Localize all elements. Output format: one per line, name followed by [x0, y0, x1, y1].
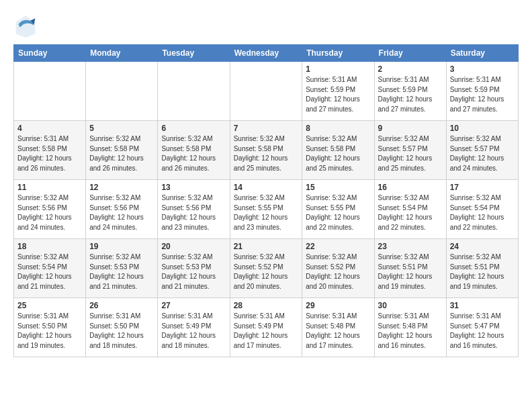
col-header-sunday: Sunday: [14, 45, 86, 62]
day-number: 8: [306, 124, 370, 133]
calendar-cell: 1Sunrise: 5:31 AM Sunset: 5:59 PM Daylig…: [302, 62, 374, 121]
day-number: 31: [450, 301, 515, 310]
day-info: Sunrise: 5:31 AM Sunset: 5:50 PM Dayligh…: [17, 312, 82, 351]
calendar-cell: 2Sunrise: 5:31 AM Sunset: 5:59 PM Daylig…: [374, 62, 446, 121]
day-number: 14: [234, 183, 299, 192]
logo: [13, 13, 42, 38]
col-header-thursday: Thursday: [302, 45, 374, 62]
day-info: Sunrise: 5:31 AM Sunset: 5:58 PM Dayligh…: [17, 134, 82, 173]
calendar-cell: 19Sunrise: 5:32 AM Sunset: 5:53 PM Dayli…: [86, 239, 158, 298]
col-header-monday: Monday: [86, 45, 158, 62]
calendar-cell: 13Sunrise: 5:32 AM Sunset: 5:56 PM Dayli…: [158, 180, 230, 239]
calendar-cell: 26Sunrise: 5:31 AM Sunset: 5:50 PM Dayli…: [86, 298, 158, 357]
page: SundayMondayTuesdayWednesdayThursdayFrid…: [0, 0, 532, 364]
day-info: Sunrise: 5:32 AM Sunset: 5:53 PM Dayligh…: [89, 253, 154, 291]
calendar-cell: 11Sunrise: 5:32 AM Sunset: 5:56 PM Dayli…: [14, 180, 86, 239]
day-info: Sunrise: 5:32 AM Sunset: 5:51 PM Dayligh…: [450, 253, 515, 291]
col-header-wednesday: Wednesday: [230, 45, 302, 62]
day-number: 30: [378, 301, 443, 310]
calendar-cell: 14Sunrise: 5:32 AM Sunset: 5:55 PM Dayli…: [230, 180, 302, 239]
day-info: Sunrise: 5:31 AM Sunset: 5:50 PM Dayligh…: [89, 312, 154, 351]
calendar-cell: 28Sunrise: 5:31 AM Sunset: 5:49 PM Dayli…: [230, 298, 302, 357]
day-number: 20: [161, 242, 226, 251]
calendar-cell: 12Sunrise: 5:32 AM Sunset: 5:56 PM Dayli…: [86, 180, 158, 239]
day-info: Sunrise: 5:32 AM Sunset: 5:56 PM Dayligh…: [17, 193, 82, 232]
calendar-cell: 16Sunrise: 5:32 AM Sunset: 5:54 PM Dayli…: [374, 180, 446, 239]
day-number: 13: [161, 183, 226, 192]
day-number: 25: [17, 301, 82, 310]
logo-icon: [13, 13, 38, 38]
day-number: 5: [89, 124, 154, 133]
day-info: Sunrise: 5:32 AM Sunset: 5:58 PM Dayligh…: [161, 134, 226, 173]
day-info: Sunrise: 5:31 AM Sunset: 5:49 PM Dayligh…: [234, 312, 299, 351]
calendar-cell: 9Sunrise: 5:32 AM Sunset: 5:57 PM Daylig…: [374, 121, 446, 180]
calendar-cell: 4Sunrise: 5:31 AM Sunset: 5:58 PM Daylig…: [14, 121, 86, 180]
day-info: Sunrise: 5:31 AM Sunset: 5:59 PM Dayligh…: [450, 75, 515, 114]
calendar-cell: 20Sunrise: 5:32 AM Sunset: 5:53 PM Dayli…: [158, 239, 230, 298]
calendar-cell: 31Sunrise: 5:31 AM Sunset: 5:47 PM Dayli…: [446, 298, 518, 357]
day-number: 7: [234, 124, 299, 133]
day-number: 16: [378, 183, 443, 192]
day-number: 10: [450, 124, 515, 133]
calendar-cell: 23Sunrise: 5:32 AM Sunset: 5:51 PM Dayli…: [374, 239, 446, 298]
day-info: Sunrise: 5:32 AM Sunset: 5:57 PM Dayligh…: [378, 134, 443, 173]
calendar-week-1: 1Sunrise: 5:31 AM Sunset: 5:59 PM Daylig…: [14, 62, 519, 121]
calendar-week-5: 25Sunrise: 5:31 AM Sunset: 5:50 PM Dayli…: [14, 298, 519, 357]
day-info: Sunrise: 5:32 AM Sunset: 5:54 PM Dayligh…: [378, 193, 443, 232]
day-number: 15: [306, 183, 370, 192]
calendar-cell: 24Sunrise: 5:32 AM Sunset: 5:51 PM Dayli…: [446, 239, 518, 298]
day-number: 12: [89, 183, 154, 192]
calendar-cell: 27Sunrise: 5:31 AM Sunset: 5:49 PM Dayli…: [158, 298, 230, 357]
day-info: Sunrise: 5:31 AM Sunset: 5:48 PM Dayligh…: [378, 312, 443, 351]
header-row: SundayMondayTuesdayWednesdayThursdayFrid…: [14, 45, 519, 62]
day-info: Sunrise: 5:32 AM Sunset: 5:54 PM Dayligh…: [450, 193, 515, 232]
col-header-saturday: Saturday: [446, 45, 518, 62]
header: [13, 13, 519, 38]
calendar-cell: 17Sunrise: 5:32 AM Sunset: 5:54 PM Dayli…: [446, 180, 518, 239]
day-info: Sunrise: 5:31 AM Sunset: 5:48 PM Dayligh…: [306, 312, 370, 351]
calendar-cell: 29Sunrise: 5:31 AM Sunset: 5:48 PM Dayli…: [302, 298, 374, 357]
day-info: Sunrise: 5:32 AM Sunset: 5:57 PM Dayligh…: [450, 134, 515, 173]
day-number: 9: [378, 124, 443, 133]
calendar-cell: 10Sunrise: 5:32 AM Sunset: 5:57 PM Dayli…: [446, 121, 518, 180]
day-number: 29: [306, 301, 370, 310]
col-header-tuesday: Tuesday: [158, 45, 230, 62]
calendar-cell: [158, 62, 230, 121]
svg-marker-0: [16, 16, 36, 38]
day-number: 6: [161, 124, 226, 133]
day-number: 18: [17, 242, 82, 251]
calendar-cell: 15Sunrise: 5:32 AM Sunset: 5:55 PM Dayli…: [302, 180, 374, 239]
day-number: 23: [378, 242, 443, 251]
calendar-cell: 7Sunrise: 5:32 AM Sunset: 5:58 PM Daylig…: [230, 121, 302, 180]
day-info: Sunrise: 5:32 AM Sunset: 5:51 PM Dayligh…: [378, 253, 443, 291]
day-info: Sunrise: 5:32 AM Sunset: 5:55 PM Dayligh…: [306, 193, 370, 232]
day-info: Sunrise: 5:32 AM Sunset: 5:53 PM Dayligh…: [161, 253, 226, 291]
calendar-week-4: 18Sunrise: 5:32 AM Sunset: 5:54 PM Dayli…: [14, 239, 519, 298]
day-info: Sunrise: 5:32 AM Sunset: 5:58 PM Dayligh…: [89, 134, 154, 173]
calendar-week-3: 11Sunrise: 5:32 AM Sunset: 5:56 PM Dayli…: [14, 180, 519, 239]
day-number: 1: [306, 64, 370, 74]
day-info: Sunrise: 5:31 AM Sunset: 5:49 PM Dayligh…: [161, 312, 226, 351]
calendar-cell: [230, 62, 302, 121]
day-info: Sunrise: 5:32 AM Sunset: 5:56 PM Dayligh…: [89, 193, 154, 232]
calendar-week-2: 4Sunrise: 5:31 AM Sunset: 5:58 PM Daylig…: [14, 121, 519, 180]
calendar-cell: 3Sunrise: 5:31 AM Sunset: 5:59 PM Daylig…: [446, 62, 518, 121]
calendar-table: SundayMondayTuesdayWednesdayThursdayFrid…: [13, 44, 519, 357]
day-info: Sunrise: 5:31 AM Sunset: 5:47 PM Dayligh…: [450, 312, 515, 351]
calendar-cell: 6Sunrise: 5:32 AM Sunset: 5:58 PM Daylig…: [158, 121, 230, 180]
day-info: Sunrise: 5:31 AM Sunset: 5:59 PM Dayligh…: [378, 75, 443, 114]
calendar-cell: 18Sunrise: 5:32 AM Sunset: 5:54 PM Dayli…: [14, 239, 86, 298]
calendar-cell: [86, 62, 158, 121]
day-number: 27: [161, 301, 226, 310]
day-number: 3: [450, 64, 515, 74]
day-info: Sunrise: 5:32 AM Sunset: 5:54 PM Dayligh…: [17, 253, 82, 291]
calendar-cell: 25Sunrise: 5:31 AM Sunset: 5:50 PM Dayli…: [14, 298, 86, 357]
day-number: 11: [17, 183, 82, 192]
day-number: 26: [89, 301, 154, 310]
day-info: Sunrise: 5:32 AM Sunset: 5:58 PM Dayligh…: [306, 134, 370, 173]
day-number: 4: [17, 124, 82, 133]
day-info: Sunrise: 5:32 AM Sunset: 5:52 PM Dayligh…: [234, 253, 299, 291]
calendar-cell: 21Sunrise: 5:32 AM Sunset: 5:52 PM Dayli…: [230, 239, 302, 298]
calendar-cell: 30Sunrise: 5:31 AM Sunset: 5:48 PM Dayli…: [374, 298, 446, 357]
calendar-cell: [14, 62, 86, 121]
